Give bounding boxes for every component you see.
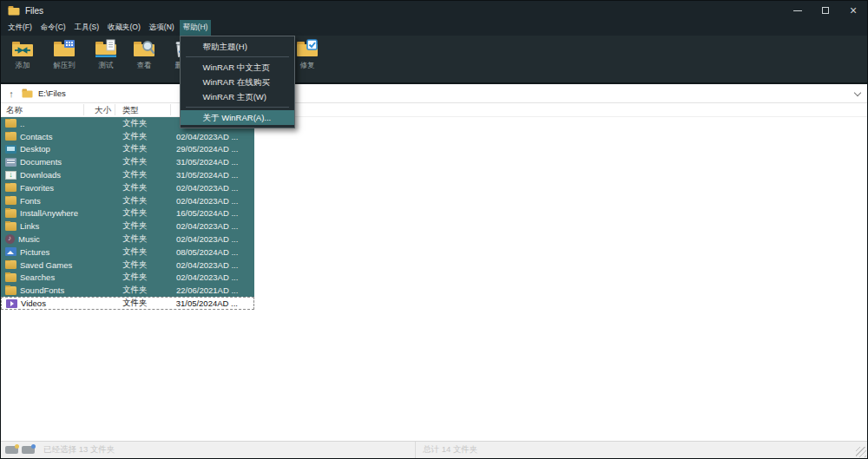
folder-up-icon — [5, 119, 16, 128]
file-date-cell: 08/05/2024AD ... — [171, 247, 254, 257]
total-summary: 总计 14 文件夹 — [423, 444, 477, 456]
file-type-cell: 文件夹 — [115, 233, 171, 245]
menu-tools[interactable]: 工具(S) — [71, 20, 102, 36]
header-type[interactable]: 类型 — [115, 104, 171, 115]
file-name: Desktop — [20, 144, 50, 154]
file-type-cell: 文件夹 — [115, 272, 171, 283]
file-name-cell: Desktop — [1, 144, 84, 154]
file-name: .. — [20, 119, 24, 128]
app-folder-icon — [8, 5, 20, 16]
disk-icon[interactable] — [22, 446, 35, 454]
menu-help-label: 帮助(H) — [183, 23, 208, 33]
header-size[interactable]: 大小 — [84, 104, 115, 115]
menu-file[interactable]: 文件(F) — [4, 20, 36, 36]
chevron-down-icon[interactable] — [848, 92, 867, 95]
folder-icon — [5, 222, 16, 231]
folder-icon — [5, 183, 16, 192]
menu-commands[interactable]: 命令(C) — [37, 20, 69, 36]
file-name: Documents — [20, 157, 62, 167]
test-button[interactable]: 测试 — [88, 39, 124, 71]
menu-item-about-winrar[interactable]: 关于 WinRAR(A)... — [181, 110, 294, 125]
file-row[interactable]: Searches文件夹02/04/2023AD ... — [1, 272, 254, 285]
file-row[interactable]: Fonts文件夹02/04/2023AD ... — [1, 194, 254, 207]
file-date-cell: 02/04/2023AD ... — [171, 183, 254, 193]
close-button[interactable] — [839, 1, 867, 20]
file-row[interactable]: InstallAnywhere文件夹16/05/2024AD ... — [1, 207, 254, 220]
file-type-cell: 文件夹 — [115, 246, 171, 258]
menu-help[interactable]: 帮助(H) 帮助主题(H) WinRAR 中文主页 WinRAR 在线购买 Wi… — [180, 20, 212, 36]
menu-favorites[interactable]: 收藏夹(O) — [104, 20, 144, 36]
statusbar: 已经选择 13 文件夹 总计 14 文件夹 — [1, 441, 867, 458]
file-row[interactable]: Music文件夹02/04/2023AD ... — [1, 233, 254, 246]
help-dropdown-menu: 帮助主题(H) WinRAR 中文主页 WinRAR 在线购买 WinRAR 主… — [180, 36, 295, 128]
file-row[interactable]: Saved Games文件夹02/04/2023AD ... — [1, 259, 254, 272]
folder-icon — [5, 209, 16, 218]
file-row[interactable]: Pictures文件夹08/05/2024AD ... — [1, 246, 254, 259]
extract-to-label: 解压到 — [53, 61, 76, 71]
statusbar-left-pane: 已经选择 13 文件夹 — [1, 442, 416, 458]
file-date-cell: 16/05/2024AD ... — [171, 208, 254, 218]
window-title: Files — [25, 6, 784, 16]
menu-separator — [186, 107, 289, 108]
resize-grip[interactable] — [856, 447, 866, 457]
titlebar: Files — [1, 1, 867, 20]
menu-options[interactable]: 选项(N) — [146, 20, 178, 36]
test-label: 测试 — [99, 61, 114, 71]
file-name-cell: Documents — [1, 157, 84, 167]
maximize-button[interactable] — [812, 1, 839, 20]
menu-item-winrar-cn-homepage[interactable]: WinRAR 中文主页 — [181, 60, 294, 75]
file-type-cell: 文件夹 — [115, 156, 171, 167]
test-archive-icon — [95, 39, 117, 58]
extract-to-button[interactable]: 解压到 — [43, 39, 86, 71]
menu-item-winrar-homepage[interactable]: WinRAR 主页(W) — [181, 89, 294, 104]
address-bar[interactable]: ↑ E:\Files — [1, 84, 867, 103]
file-date-cell: 29/05/2024AD ... — [171, 144, 254, 154]
menu-separator — [186, 56, 289, 57]
up-arrow-icon[interactable]: ↑ — [1, 89, 22, 99]
file-name: Videos — [21, 298, 46, 308]
file-row[interactable]: Desktop文件夹29/05/2024AD ... — [1, 143, 254, 156]
file-type-cell: 文件夹 — [115, 195, 171, 207]
file-name: InstallAnywhere — [20, 208, 78, 218]
menu-item-help-topics[interactable]: 帮助主题(H) — [181, 39, 294, 54]
file-row[interactable]: Downloads文件夹31/05/2024AD ... — [1, 168, 254, 181]
file-type-cell: 文件夹 — [115, 143, 171, 154]
file-name-cell: Downloads — [1, 170, 84, 180]
view-file-icon — [133, 39, 155, 58]
file-name-cell: SoundFonts — [1, 285, 84, 295]
folder-icon — [5, 132, 16, 141]
file-name-cell: Favorites — [1, 183, 84, 193]
view-button[interactable]: 查看 — [126, 39, 162, 71]
file-name-cell: Contacts — [1, 132, 84, 141]
file-name-cell: .. — [1, 119, 84, 128]
file-name: Fonts — [20, 196, 41, 206]
file-row[interactable]: Videos文件夹31/05/2024AD ... — [1, 297, 254, 310]
file-name-cell: Pictures — [1, 247, 84, 257]
file-type-cell: 文件夹 — [115, 285, 171, 296]
file-row[interactable]: Links文件夹02/04/2023AD ... — [1, 220, 254, 233]
file-name-cell: Videos — [2, 298, 84, 308]
folder-icon — [5, 286, 16, 295]
minimize-button[interactable] — [784, 1, 812, 20]
repair-icon — [296, 39, 319, 58]
file-row[interactable]: Contacts文件夹02/04/2023AD ... — [1, 130, 254, 143]
file-type-cell: 文件夹 — [115, 131, 171, 142]
menu-item-winrar-buy-online[interactable]: WinRAR 在线购买 — [181, 75, 294, 89]
file-date-cell: 31/05/2024AD ... — [171, 298, 253, 308]
folder-icon — [22, 89, 33, 98]
file-name-cell: Saved Games — [1, 260, 84, 270]
file-row[interactable]: SoundFonts文件夹22/06/2021AD ... — [1, 284, 254, 297]
view-label: 查看 — [137, 61, 152, 71]
add-button[interactable]: 添加 — [4, 39, 41, 71]
key-icon[interactable] — [5, 446, 18, 454]
current-path[interactable]: E:\Files — [38, 89, 848, 98]
header-name[interactable]: 名称 — [1, 104, 84, 115]
videos-icon — [6, 299, 17, 308]
header-filler — [254, 104, 867, 115]
selection-summary: 已经选择 13 文件夹 — [43, 444, 115, 456]
file-row[interactable]: Documents文件夹31/05/2024AD ... — [1, 155, 254, 168]
music-icon — [5, 234, 15, 244]
toolbar: 添加 解压到 — [1, 36, 867, 84]
file-date-cell: 02/04/2023AD ... — [171, 196, 254, 206]
file-row[interactable]: Favorites文件夹02/04/2023AD ... — [1, 181, 254, 194]
